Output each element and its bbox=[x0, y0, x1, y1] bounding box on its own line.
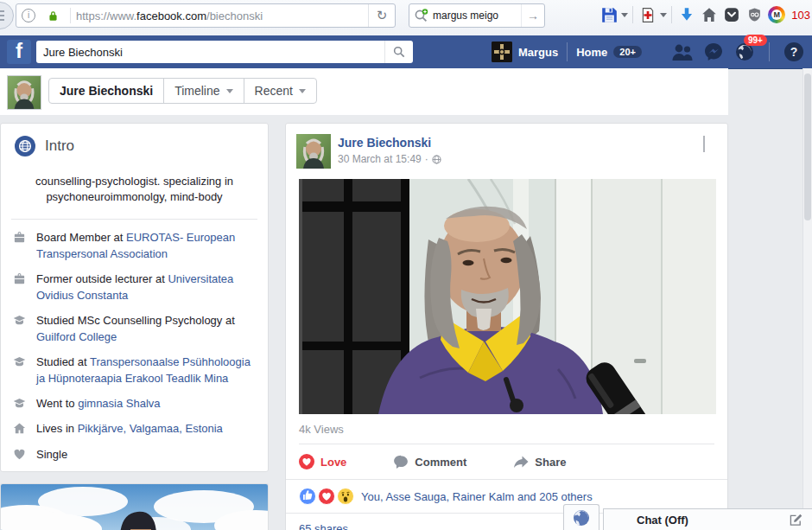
globe-icon bbox=[15, 136, 35, 156]
url-text[interactable]: https://www.facebook.com/biechonski bbox=[76, 10, 368, 22]
privacy-globe-icon bbox=[432, 155, 441, 164]
facebook-search-button[interactable] bbox=[384, 41, 413, 63]
search-go-icon[interactable]: → bbox=[521, 4, 544, 27]
profile-name-link[interactable]: Margus bbox=[518, 46, 558, 59]
pocket-icon[interactable] bbox=[722, 5, 741, 24]
timeline-dropdown[interactable]: Timeline bbox=[164, 79, 244, 103]
compose-message-icon[interactable] bbox=[790, 514, 802, 527]
padlock-icon[interactable] bbox=[41, 10, 65, 22]
comment-icon bbox=[393, 454, 409, 469]
profile-thumbnail[interactable] bbox=[7, 75, 41, 110]
profile-name-tab[interactable]: Jure Biechonski bbox=[49, 79, 164, 103]
friend-requests-icon[interactable] bbox=[671, 41, 694, 63]
notifications-globe-icon[interactable]: 99+ bbox=[733, 41, 756, 63]
intro-bio: counselling-psychologist. specializing i… bbox=[1, 162, 268, 219]
extension-m-letter: M bbox=[771, 10, 782, 20]
facebook-logo[interactable]: f bbox=[7, 40, 31, 64]
post-timestamp[interactable]: 30 March at 15:49 bbox=[338, 153, 422, 165]
notifications-badge: 99+ bbox=[744, 35, 767, 46]
scrollbar-thumb[interactable] bbox=[804, 73, 811, 220]
site-info-icon[interactable]: i bbox=[16, 9, 41, 22]
video-views: 4k Views bbox=[299, 414, 714, 444]
downloads-icon[interactable] bbox=[677, 5, 696, 24]
shares-link[interactable]: 65 shares bbox=[299, 522, 348, 530]
intro-item-text: Studied MSc Counselling Psychology at bbox=[36, 314, 235, 327]
divider bbox=[11, 219, 257, 220]
graduation-cap-icon bbox=[13, 313, 27, 345]
photos-card-image[interactable] bbox=[0, 483, 269, 530]
post-video[interactable] bbox=[299, 179, 714, 414]
extension-m-icon[interactable]: M bbox=[767, 5, 786, 24]
facebook-search[interactable] bbox=[36, 41, 413, 63]
ublock-shield-icon[interactable] bbox=[745, 5, 764, 24]
user-avatar[interactable] bbox=[492, 42, 512, 62]
save-dropdown-icon[interactable] bbox=[620, 5, 629, 24]
help-icon[interactable]: ? bbox=[783, 41, 805, 63]
reactions-summary-link[interactable]: You, Asse Sauga, Rainer Kalm and 205 oth… bbox=[361, 490, 593, 503]
chat-bar[interactable]: Chat (Off) bbox=[603, 508, 812, 530]
home-link[interactable]: Home bbox=[576, 46, 607, 59]
chevron-down-icon bbox=[299, 89, 306, 93]
intro-item-text: Former outside lecturer at bbox=[36, 272, 168, 285]
intro-item: Studied MSc Counselling Psychology at Gu… bbox=[1, 313, 268, 354]
wow-reaction-icon[interactable] bbox=[337, 488, 354, 505]
divider bbox=[671, 6, 672, 23]
graduation-cap-icon bbox=[13, 396, 27, 412]
video-still bbox=[299, 179, 716, 414]
back-button[interactable] bbox=[0, 2, 14, 29]
profile-nav-segmented-control: Jure Biechonski Timeline Recent bbox=[48, 78, 317, 104]
recent-dropdown[interactable]: Recent bbox=[244, 79, 316, 103]
browser-search[interactable]: → bbox=[409, 3, 545, 28]
graduation-cap-icon bbox=[13, 354, 27, 386]
intro-card: Intro counselling-psychologist. speciali… bbox=[0, 123, 269, 472]
intro-item-link[interactable]: gimnasia Shalva bbox=[78, 397, 160, 410]
profile-nav-band: Jure Biechonski Timeline Recent bbox=[0, 68, 728, 115]
home-notification-badge[interactable]: 20+ bbox=[613, 46, 642, 58]
intro-item: Studied at Transpersonaalse Psühholoogia… bbox=[1, 354, 268, 396]
intro-item-link[interactable]: Guilford College bbox=[36, 330, 117, 343]
divider bbox=[567, 42, 568, 61]
chat-status-label[interactable]: Chat (Off) bbox=[637, 514, 790, 527]
post-author-link[interactable]: Jure Biechonski bbox=[338, 136, 441, 150]
facebook-navbar: f Margus Home 20+ 99+ ? bbox=[0, 35, 812, 69]
briefcase-icon bbox=[13, 271, 27, 303]
intro-item-link[interactable]: Pikkjärve, Valgamaa, Estonia bbox=[78, 422, 223, 435]
intro-item: Single bbox=[1, 447, 268, 472]
love-reaction-button[interactable]: Love bbox=[299, 454, 346, 469]
chevron-down-icon bbox=[226, 89, 233, 93]
intro-item: Former outside lecturer at Universitatea… bbox=[1, 271, 268, 313]
post-card: Jure Biechonski 30 March at 15:49 · bbox=[285, 123, 728, 530]
browser-search-input[interactable] bbox=[431, 9, 521, 22]
divider bbox=[632, 6, 633, 23]
love-reaction-icon[interactable] bbox=[318, 488, 335, 505]
home-icon bbox=[13, 421, 27, 437]
search-icon bbox=[414, 9, 431, 22]
intro-item-text: Lives in bbox=[36, 422, 78, 435]
sky-photo bbox=[1, 484, 268, 530]
heart-icon bbox=[13, 447, 27, 463]
like-reaction-icon[interactable] bbox=[299, 488, 316, 505]
health-dropdown-icon[interactable] bbox=[659, 5, 668, 24]
save-page-icon[interactable] bbox=[599, 5, 619, 24]
comment-button[interactable]: Comment bbox=[393, 454, 466, 469]
intro-item-text: Went to bbox=[36, 397, 78, 410]
share-icon bbox=[513, 455, 529, 469]
home-icon[interactable] bbox=[700, 5, 719, 24]
reload-icon[interactable]: ↻ bbox=[368, 4, 395, 27]
health-extension-icon[interactable] bbox=[638, 5, 657, 24]
browser-toolbar: i https://www.facebook.com/biechonski ↻ … bbox=[0, 0, 812, 36]
chat-globe-button[interactable] bbox=[563, 504, 599, 530]
love-icon bbox=[299, 454, 314, 469]
globe-icon bbox=[573, 509, 590, 527]
post-options-chevron-icon[interactable] bbox=[703, 136, 715, 148]
share-button[interactable]: Share bbox=[513, 455, 566, 469]
intro-item: Board Member at EUROTAS- European Transp… bbox=[1, 230, 268, 271]
url-bar[interactable]: i https://www.facebook.com/biechonski ↻ bbox=[16, 3, 396, 28]
facebook-search-input[interactable] bbox=[36, 46, 384, 59]
intro-item: Went to gimnasia Shalva bbox=[1, 396, 268, 421]
messenger-icon[interactable] bbox=[702, 41, 725, 63]
post-author-avatar[interactable] bbox=[296, 134, 331, 169]
intro-item-text: Studied at bbox=[36, 355, 90, 368]
intro-item: Lives in Pikkjärve, Valgamaa, Estonia bbox=[1, 421, 268, 446]
intro-title: Intro bbox=[45, 137, 74, 155]
